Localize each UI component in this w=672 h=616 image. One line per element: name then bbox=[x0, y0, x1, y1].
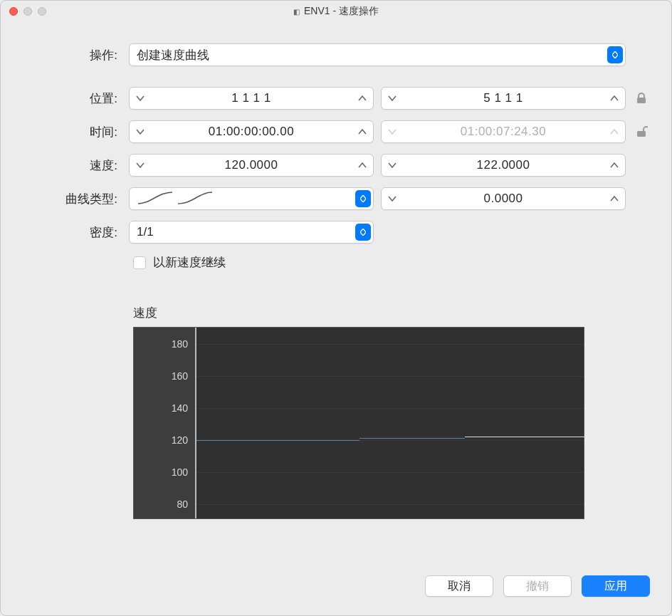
position-right-value: 5 1 1 1 bbox=[403, 91, 604, 105]
curve-type-dropdown[interactable] bbox=[129, 187, 374, 210]
label-time: 时间: bbox=[22, 124, 122, 140]
row-speed: 速度: 120.0000 122.0000 bbox=[22, 154, 650, 177]
chevron-up-icon[interactable] bbox=[604, 155, 625, 176]
chevron-up-icon[interactable] bbox=[352, 88, 373, 109]
label-speed: 速度: bbox=[22, 157, 122, 174]
svg-rect-1 bbox=[637, 131, 646, 137]
time-right-stepper: 01:00:07:24.30 bbox=[381, 120, 626, 143]
row-position: 位置: 1 1 1 1 5 1 1 1 bbox=[22, 87, 650, 110]
label-curve: 曲线类型: bbox=[22, 191, 122, 207]
chevron-down-icon bbox=[382, 121, 403, 142]
apply-button[interactable]: 应用 bbox=[582, 575, 650, 597]
chevron-down-icon[interactable] bbox=[130, 88, 151, 109]
time-right-value: 01:00:07:24.30 bbox=[403, 125, 604, 139]
chevron-updown-icon bbox=[355, 190, 371, 207]
continue-new-speed-checkbox[interactable] bbox=[133, 256, 146, 269]
proxy-icon: ◧ bbox=[293, 8, 300, 16]
time-left-value: 01:00:00:00.00 bbox=[151, 125, 352, 139]
ytick-label: 140 bbox=[172, 402, 188, 414]
chevron-down-icon[interactable] bbox=[382, 155, 403, 176]
chevron-up-icon[interactable] bbox=[604, 88, 625, 109]
label-density: 密度: bbox=[22, 224, 122, 241]
chevron-down-icon[interactable] bbox=[130, 121, 151, 142]
row-density: 密度: 1/1 bbox=[22, 221, 650, 244]
chevron-up-icon[interactable] bbox=[352, 121, 373, 142]
tempo-chart: 80100120140160180 bbox=[133, 327, 584, 519]
window-title: ◧ ENV1 - 速度操作 bbox=[1, 5, 671, 18]
speed-left-value: 120.0000 bbox=[151, 158, 352, 172]
ytick-label: 100 bbox=[172, 466, 188, 478]
undo-button: 撤销 bbox=[503, 575, 572, 597]
curve-type-value bbox=[137, 189, 355, 209]
chevron-up-icon[interactable] bbox=[352, 155, 373, 176]
curve-shape-icon bbox=[137, 189, 215, 205]
chevron-updown-icon bbox=[355, 224, 371, 241]
density-dropdown[interactable]: 1/1 bbox=[129, 221, 374, 244]
zoom-icon bbox=[38, 7, 46, 16]
chevron-up-icon[interactable] bbox=[604, 188, 625, 209]
ytick-label: 160 bbox=[172, 370, 188, 382]
curve-param-value: 0.0000 bbox=[403, 192, 604, 206]
lock-time[interactable] bbox=[633, 125, 650, 138]
row-continue-checkbox: 以新速度继续 bbox=[22, 254, 650, 271]
speed-left-stepper[interactable]: 120.0000 bbox=[129, 154, 374, 177]
window-title-text: ENV1 - 速度操作 bbox=[304, 5, 379, 18]
chevron-updown-icon bbox=[607, 46, 623, 63]
position-left-value: 1 1 1 1 bbox=[151, 91, 352, 105]
time-left-stepper[interactable]: 01:00:00:00.00 bbox=[129, 120, 374, 143]
speed-right-value: 122.0000 bbox=[403, 158, 604, 172]
label-operation: 操作: bbox=[22, 47, 122, 63]
traffic-lights bbox=[9, 7, 46, 16]
dialog-window: ◧ ENV1 - 速度操作 操作: 创建速度曲线 位置: 1 1 1 1 bbox=[0, 0, 672, 616]
lock-closed-icon bbox=[635, 92, 648, 105]
footer-buttons: 取消 撤销 应用 bbox=[1, 561, 671, 615]
ytick-label: 120 bbox=[172, 434, 188, 446]
chart-yaxis: 80100120140160180 bbox=[134, 328, 196, 518]
chart-plot[interactable] bbox=[196, 328, 584, 518]
lock-open-icon bbox=[635, 125, 648, 138]
curve-param-stepper[interactable]: 0.0000 bbox=[381, 187, 626, 210]
svg-rect-0 bbox=[637, 98, 646, 103]
continue-new-speed-label: 以新速度继续 bbox=[153, 254, 226, 271]
row-time: 时间: 01:00:00:00.00 01:00:07:24.30 bbox=[22, 120, 650, 143]
chevron-up-icon bbox=[604, 121, 625, 142]
position-left-stepper[interactable]: 1 1 1 1 bbox=[129, 87, 374, 110]
cancel-button[interactable]: 取消 bbox=[425, 575, 493, 597]
position-right-stepper[interactable]: 5 1 1 1 bbox=[381, 87, 626, 110]
label-position: 位置: bbox=[22, 90, 122, 107]
speed-right-stepper[interactable]: 122.0000 bbox=[381, 154, 626, 177]
speed-section-label: 速度 bbox=[22, 305, 650, 321]
row-curve: 曲线类型: bbox=[22, 187, 650, 210]
titlebar: ◧ ENV1 - 速度操作 bbox=[1, 1, 671, 22]
minimize-icon bbox=[23, 7, 32, 16]
chevron-down-icon[interactable] bbox=[130, 155, 151, 176]
chevron-down-icon[interactable] bbox=[382, 188, 403, 209]
ytick-label: 180 bbox=[172, 338, 188, 350]
content-area: 操作: 创建速度曲线 位置: 1 1 1 1 bbox=[1, 22, 671, 561]
operation-value: 创建速度曲线 bbox=[137, 47, 607, 63]
operation-dropdown[interactable]: 创建速度曲线 bbox=[129, 43, 626, 66]
ytick-label: 80 bbox=[177, 498, 188, 510]
density-value: 1/1 bbox=[137, 225, 355, 239]
lock-position[interactable] bbox=[633, 92, 650, 105]
row-operation: 操作: 创建速度曲线 bbox=[22, 43, 650, 66]
chevron-down-icon[interactable] bbox=[382, 88, 403, 109]
close-icon[interactable] bbox=[9, 7, 18, 16]
